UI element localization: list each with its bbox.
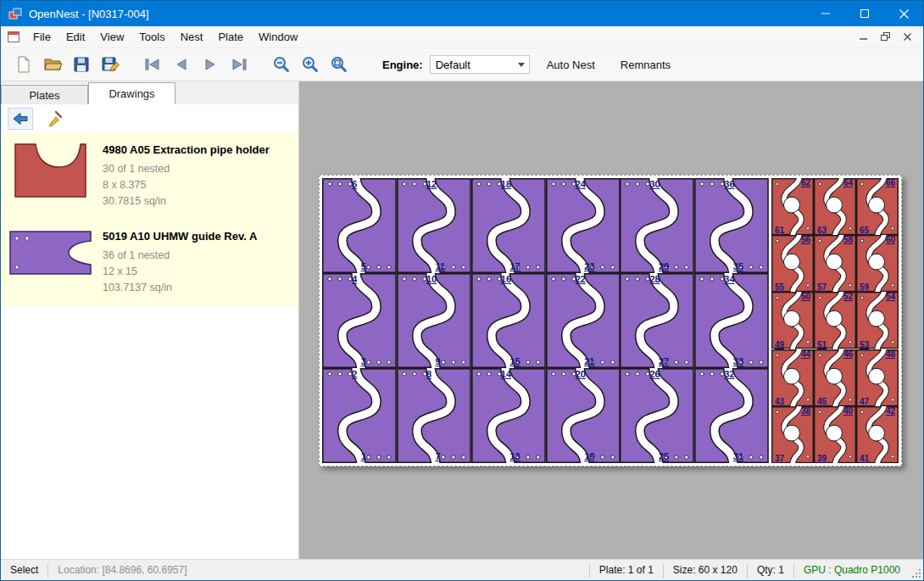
zoom-out-button[interactable] — [267, 52, 296, 77]
resize-grip-icon[interactable] — [910, 560, 923, 580]
part-number[interactable]: 60 — [886, 235, 895, 244]
part-number[interactable]: 21 — [584, 356, 594, 366]
part-number[interactable]: 63 — [817, 226, 827, 235]
new-button[interactable] — [9, 52, 38, 77]
part-number[interactable]: 6 — [352, 179, 357, 189]
red-part-pair[interactable]: 5251 — [814, 292, 856, 349]
part-number[interactable]: 44 — [801, 349, 810, 359]
part-number[interactable]: 10 — [426, 274, 437, 284]
part-number[interactable]: 24 — [576, 179, 586, 189]
red-part-pair[interactable]: 5655 — [771, 235, 814, 292]
red-part-pair[interactable]: 5049 — [771, 292, 814, 349]
save-as-button[interactable] — [96, 52, 125, 77]
part-number[interactable]: 14 — [501, 369, 511, 379]
purple-part-pair[interactable]: 87 — [397, 368, 471, 463]
red-part-pair[interactable]: 6261 — [771, 178, 814, 235]
part-number[interactable]: 54 — [886, 292, 895, 301]
purple-part-pair[interactable]: 2221 — [546, 273, 621, 368]
red-part-pair[interactable]: 5453 — [856, 292, 899, 349]
part-number[interactable]: 11 — [435, 261, 445, 271]
list-item[interactable]: 5019 A10 UHMW guide Rev. A 36 of 1 neste… — [1, 220, 298, 306]
part-number[interactable]: 46 — [843, 349, 853, 359]
part-number[interactable]: 49 — [775, 340, 784, 349]
red-part-pair[interactable]: 6059 — [856, 235, 899, 292]
red-part-pair[interactable]: 4847 — [856, 349, 899, 406]
part-number[interactable]: 52 — [843, 292, 853, 301]
part-number[interactable]: 62 — [801, 178, 810, 187]
menu-nest[interactable]: Nest — [173, 27, 211, 47]
open-button[interactable] — [38, 52, 67, 77]
zoom-in-button[interactable] — [296, 52, 325, 77]
part-number[interactable]: 42 — [886, 406, 895, 416]
mdi-restore-button[interactable] — [877, 31, 893, 44]
part-number[interactable]: 29 — [659, 261, 669, 271]
remnants-button[interactable]: Remnants — [612, 53, 679, 76]
menu-file[interactable]: File — [25, 27, 58, 47]
mdi-close-button[interactable] — [899, 31, 915, 44]
part-number[interactable]: 3 — [361, 356, 366, 366]
purple-part-pair[interactable]: 3635 — [694, 178, 769, 273]
purple-part-pair[interactable]: 3029 — [620, 178, 694, 273]
part-number[interactable]: 13 — [509, 451, 520, 461]
nav-previous-button[interactable] — [167, 52, 196, 77]
part-number[interactable]: 16 — [501, 274, 511, 284]
red-part-pair[interactable]: 6463 — [814, 178, 856, 235]
part-number[interactable]: 30 — [649, 179, 660, 189]
purple-part-pair[interactable]: 1413 — [471, 368, 546, 463]
part-number[interactable]: 27 — [659, 356, 669, 366]
engine-select[interactable]: Default — [430, 55, 530, 74]
nav-first-button[interactable] — [138, 52, 167, 77]
maximize-button[interactable] — [845, 1, 884, 26]
part-number[interactable]: 51 — [817, 340, 827, 349]
clean-button[interactable] — [42, 108, 67, 130]
part-number[interactable]: 15 — [509, 356, 520, 366]
menu-window[interactable]: Window — [251, 27, 305, 47]
purple-part-pair[interactable]: 2625 — [620, 368, 694, 463]
purple-part-pair[interactable]: 109 — [397, 273, 471, 368]
purple-part-pair[interactable]: 21 — [322, 368, 397, 463]
part-number[interactable]: 61 — [775, 226, 784, 235]
red-part-pair[interactable]: 4443 — [771, 349, 814, 406]
part-number[interactable]: 17 — [509, 261, 520, 271]
part-number[interactable]: 5 — [361, 261, 366, 271]
part-number[interactable]: 58 — [843, 235, 853, 244]
part-number[interactable]: 35 — [733, 261, 743, 271]
part-number[interactable]: 4 — [352, 274, 357, 284]
part-number[interactable]: 9 — [435, 356, 440, 366]
part-number[interactable]: 48 — [886, 349, 895, 359]
part-number[interactable]: 1 — [361, 451, 366, 461]
menu-plate[interactable]: Plate — [210, 27, 251, 47]
purple-part-pair[interactable]: 2019 — [546, 368, 621, 463]
part-number[interactable]: 25 — [659, 451, 669, 461]
part-number[interactable]: 65 — [860, 226, 869, 235]
part-number[interactable]: 8 — [426, 369, 431, 379]
part-number[interactable]: 33 — [733, 356, 743, 366]
red-part-pair[interactable]: 4241 — [856, 406, 899, 463]
auto-nest-button[interactable]: Auto Nest — [538, 53, 604, 76]
part-number[interactable]: 50 — [801, 292, 810, 301]
red-part-pair[interactable]: 4645 — [814, 349, 856, 406]
part-number[interactable]: 36 — [724, 179, 734, 189]
part-number[interactable]: 39 — [817, 454, 827, 463]
menu-view[interactable]: View — [92, 27, 131, 47]
red-part-pair[interactable]: 3837 — [771, 406, 814, 463]
part-number[interactable]: 38 — [801, 406, 810, 416]
part-number[interactable]: 23 — [584, 261, 594, 271]
part-number[interactable]: 26 — [649, 369, 660, 379]
part-number[interactable]: 40 — [843, 406, 853, 416]
import-part-button[interactable] — [8, 108, 33, 130]
close-button[interactable] — [884, 1, 923, 26]
part-number[interactable]: 53 — [860, 340, 869, 349]
part-number[interactable]: 43 — [775, 397, 784, 406]
menu-edit[interactable]: Edit — [58, 27, 92, 47]
minimize-button[interactable] — [806, 1, 845, 26]
purple-part-pair[interactable]: 1615 — [471, 273, 546, 368]
save-button[interactable] — [67, 52, 96, 77]
part-number[interactable]: 37 — [775, 454, 784, 463]
part-number[interactable]: 18 — [501, 179, 511, 189]
part-number[interactable]: 57 — [817, 282, 827, 292]
red-part-pair[interactable]: 4039 — [814, 406, 856, 463]
red-part-pair[interactable]: 6665 — [856, 178, 899, 235]
tab-plates[interactable]: Plates — [1, 85, 88, 104]
part-number[interactable]: 45 — [817, 397, 827, 406]
